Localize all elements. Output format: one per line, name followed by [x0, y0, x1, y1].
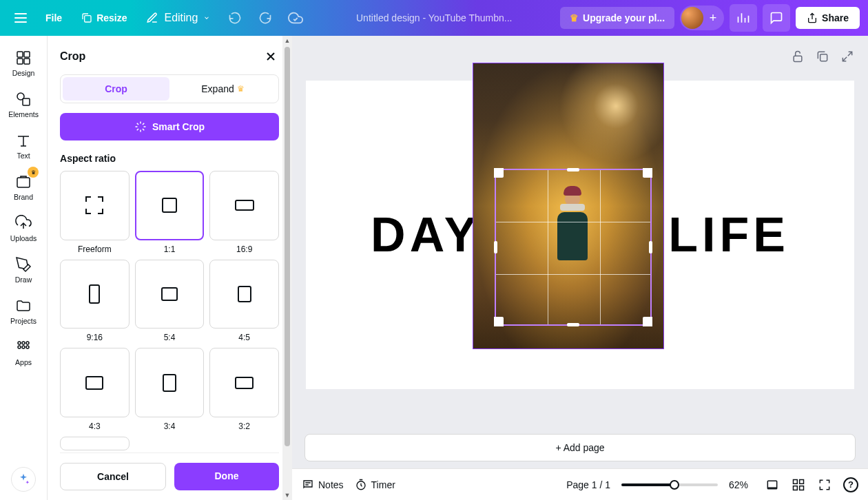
canvas-stage[interactable]: DAY IN MY LIFE: [292, 36, 868, 434]
image-element[interactable]: [473, 63, 664, 349]
rail-projects[interactable]: Projects: [3, 292, 44, 331]
page-view-icon: [765, 478, 779, 492]
expand-page-button[interactable]: [839, 48, 856, 65]
rail-text[interactable]: Text: [3, 127, 44, 165]
ratio-3-4-button[interactable]: [135, 348, 205, 417]
redo-icon: [258, 11, 272, 25]
fullscreen-icon: [818, 478, 831, 492]
ratio-shape-icon: [235, 377, 254, 389]
zoom-thumb[interactable]: [670, 480, 679, 490]
page-indicator[interactable]: Page 1 / 1: [566, 479, 610, 490]
scroll-up-arrow[interactable]: ▲: [282, 36, 292, 45]
ratio-3-4: 3:4: [135, 348, 205, 431]
ratio-4-3-button[interactable]: [60, 348, 130, 417]
ratio-freeform-button[interactable]: [60, 171, 130, 240]
ratio-1-1: 1:1: [135, 171, 205, 254]
scroll-thumb[interactable]: [285, 47, 290, 446]
crown-icon: ♛: [237, 84, 245, 94]
notes-button[interactable]: Notes: [302, 479, 344, 491]
ratio-label: 16:9: [236, 244, 252, 254]
lock-page-button[interactable]: [789, 48, 806, 65]
scroll-down-arrow[interactable]: ▼: [282, 490, 292, 500]
upgrade-button[interactable]: ♛ Upgrade your pl...: [560, 7, 674, 29]
svg-rect-1: [17, 52, 23, 57]
tab-crop[interactable]: Crop: [63, 77, 169, 101]
help-button[interactable]: ?: [843, 477, 858, 492]
rail-brand[interactable]: ♛ Brand: [3, 168, 44, 207]
design-icon: [15, 50, 32, 66]
grid-view-icon: [792, 478, 805, 492]
share-button[interactable]: Share: [796, 7, 860, 29]
redo-button[interactable]: [253, 6, 278, 30]
editing-mode-dropdown[interactable]: Editing: [139, 8, 217, 28]
rail-label: Uploads: [10, 234, 37, 242]
hamburger-menu[interactable]: [8, 6, 33, 30]
crop-handle-s[interactable]: [567, 323, 579, 326]
crop-expand-tabs: Crop Expand ♛: [60, 74, 279, 103]
done-button[interactable]: Done: [174, 463, 279, 490]
analytics-button[interactable]: [730, 4, 757, 32]
duplicate-icon: [816, 50, 829, 63]
smart-crop-button[interactable]: Smart Crop: [60, 113, 279, 140]
svg-point-9: [22, 342, 25, 344]
magic-button[interactable]: [11, 467, 36, 492]
cancel-button[interactable]: Cancel: [60, 463, 166, 490]
ratio-3-2: 3:2: [209, 348, 279, 431]
rail-label: Elements: [8, 110, 39, 118]
freeform-icon: [85, 196, 103, 214]
crop-region[interactable]: [495, 169, 652, 326]
document-title[interactable]: Untitled design - YouTube Thumbn...: [313, 12, 555, 23]
crop-handle-se[interactable]: [643, 317, 652, 326]
file-menu[interactable]: File: [39, 8, 69, 28]
rail-elements[interactable]: Elements: [3, 85, 44, 124]
fullscreen-button[interactable]: [817, 477, 832, 492]
zoom-slider[interactable]: [621, 483, 718, 486]
ratio-1-1-button[interactable]: [135, 171, 205, 240]
panel-scrollbar[interactable]: ▲ ▼: [282, 36, 292, 500]
svg-rect-0: [85, 16, 91, 22]
ratio-5-4-button[interactable]: [135, 260, 205, 329]
ratio-4-5-button[interactable]: [209, 260, 279, 329]
duplicate-page-button[interactable]: [814, 48, 831, 65]
avatar[interactable]: [681, 7, 703, 29]
tab-expand[interactable]: Expand ♛: [169, 77, 276, 101]
add-collaborator-button[interactable]: +: [703, 8, 723, 28]
crop-handle-e[interactable]: [649, 241, 652, 253]
undo-button[interactable]: [223, 6, 247, 30]
crop-handle-w[interactable]: [494, 241, 497, 253]
ratio-9-16-button[interactable]: [60, 260, 130, 329]
timer-button[interactable]: Timer: [355, 479, 395, 491]
ratio-freeform: Freeform: [60, 171, 130, 254]
resize-button[interactable]: Resize: [74, 8, 134, 28]
comment-button[interactable]: [763, 4, 790, 32]
rail-apps[interactable]: Apps: [3, 333, 44, 372]
ratio-9-16: 9:16: [60, 260, 130, 343]
rail-uploads[interactable]: Uploads: [3, 209, 44, 248]
svg-rect-20: [794, 486, 798, 490]
zoom-percent[interactable]: 62%: [729, 479, 754, 490]
crop-handle-nw[interactable]: [494, 168, 504, 178]
page-view-button[interactable]: [765, 477, 780, 492]
crop-handle-n[interactable]: [567, 168, 579, 171]
svg-rect-19: [800, 479, 804, 483]
crown-icon: ♛: [570, 12, 579, 23]
rail-draw[interactable]: Draw: [3, 251, 44, 289]
left-rail: Design Elements Text ♛ Brand Uploads Dra…: [0, 36, 48, 500]
crop-handle-sw[interactable]: [494, 317, 504, 326]
svg-rect-7: [17, 178, 30, 187]
design-canvas[interactable]: DAY IN MY LIFE: [306, 81, 854, 389]
svg-rect-6: [23, 98, 30, 105]
ratio-more-button[interactable]: [60, 437, 130, 450]
add-page-button[interactable]: + Add page: [304, 434, 856, 461]
close-panel-button[interactable]: [262, 48, 279, 65]
grid-view-button[interactable]: [791, 477, 806, 492]
share-label: Share: [822, 12, 849, 23]
ratio-3-2-button[interactable]: [209, 348, 279, 417]
ratio-label: 4:3: [89, 421, 101, 431]
svg-point-12: [22, 346, 25, 348]
ratio-label: 9:16: [87, 333, 103, 342]
cloud-sync-button[interactable]: [283, 6, 308, 30]
ratio-16-9-button[interactable]: [209, 171, 279, 240]
crop-handle-ne[interactable]: [643, 168, 652, 178]
rail-design[interactable]: Design: [3, 44, 44, 83]
